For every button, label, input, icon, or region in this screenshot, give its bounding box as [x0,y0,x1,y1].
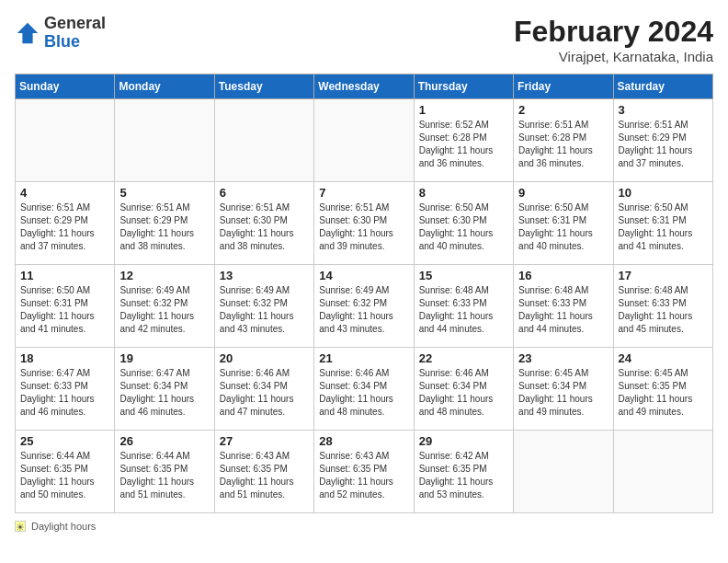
day-number: 28 [319,434,408,448]
calendar-cell [115,99,214,182]
day-info: Sunrise: 6:47 AM Sunset: 6:34 PM Dayligh… [119,367,209,419]
calendar-cell: 11Sunrise: 6:50 AM Sunset: 6:31 PM Dayli… [16,265,115,348]
main-title: February 2024 [514,15,713,49]
logo-text: General Blue [44,15,106,52]
day-info: Sunrise: 6:48 AM Sunset: 6:33 PM Dayligh… [619,284,708,336]
calendar-cell: 10Sunrise: 6:50 AM Sunset: 6:31 PM Dayli… [613,182,712,265]
day-info: Sunrise: 6:51 AM Sunset: 6:29 PM Dayligh… [619,119,708,170]
calendar-cell: 26Sunrise: 6:44 AM Sunset: 6:35 PM Dayli… [115,431,214,513]
day-number: 26 [119,434,209,448]
calendar-cell: 6Sunrise: 6:51 AM Sunset: 6:30 PM Daylig… [214,182,313,265]
calendar-cell: 5Sunrise: 6:51 AM Sunset: 6:29 PM Daylig… [115,182,214,265]
day-info: Sunrise: 6:44 AM Sunset: 6:35 PM Dayligh… [20,450,109,501]
day-number: 12 [119,269,209,282]
day-info: Sunrise: 6:50 AM Sunset: 6:31 PM Dayligh… [619,201,708,253]
day-number: 22 [419,351,508,365]
day-info: Sunrise: 6:48 AM Sunset: 6:33 PM Dayligh… [419,284,508,336]
day-info: Sunrise: 6:50 AM Sunset: 6:30 PM Dayligh… [419,201,508,253]
calendar-cell: 24Sunrise: 6:45 AM Sunset: 6:35 PM Dayli… [613,348,712,431]
day-number: 23 [518,351,608,365]
calendar-cell: 17Sunrise: 6:48 AM Sunset: 6:33 PM Dayli… [613,265,712,348]
calendar-cell: 3Sunrise: 6:51 AM Sunset: 6:29 PM Daylig… [613,99,712,182]
calendar-cell [514,431,613,513]
day-info: Sunrise: 6:49 AM Sunset: 6:32 PM Dayligh… [220,284,309,336]
day-info: Sunrise: 6:43 AM Sunset: 6:35 PM Dayligh… [319,450,408,501]
calendar-cell: 4Sunrise: 6:51 AM Sunset: 6:29 PM Daylig… [16,182,115,265]
logo: General Blue [15,15,106,52]
calendar-cell [314,99,414,182]
day-number: 25 [20,434,109,448]
day-info: Sunrise: 6:46 AM Sunset: 6:34 PM Dayligh… [220,367,309,419]
svg-marker-0 [17,23,38,43]
day-number: 18 [20,351,109,365]
day-number: 14 [319,269,408,282]
day-number: 9 [518,186,608,200]
day-number: 11 [20,269,109,282]
calendar-cell: 12Sunrise: 6:49 AM Sunset: 6:32 PM Dayli… [115,265,214,348]
day-number: 6 [220,186,309,200]
calendar-cell: 18Sunrise: 6:47 AM Sunset: 6:33 PM Dayli… [16,348,115,431]
day-info: Sunrise: 6:47 AM Sunset: 6:33 PM Dayligh… [20,367,109,419]
calendar-cell: 16Sunrise: 6:48 AM Sunset: 6:33 PM Dayli… [514,265,613,348]
day-number: 24 [619,351,708,365]
day-number: 20 [220,351,309,365]
header-saturday: Saturday [613,75,712,99]
day-number: 29 [419,434,508,448]
calendar-cell: 7Sunrise: 6:51 AM Sunset: 6:30 PM Daylig… [314,182,414,265]
day-info: Sunrise: 6:46 AM Sunset: 6:34 PM Dayligh… [319,367,408,419]
calendar-cell: 20Sunrise: 6:46 AM Sunset: 6:34 PM Dayli… [214,348,313,431]
calendar-cell: 25Sunrise: 6:44 AM Sunset: 6:35 PM Dayli… [16,431,115,513]
calendar-cell [613,431,712,513]
calendar-cell: 23Sunrise: 6:45 AM Sunset: 6:34 PM Dayli… [514,348,613,431]
day-number: 2 [518,103,608,117]
header-friday: Friday [514,75,613,99]
day-info: Sunrise: 6:51 AM Sunset: 6:29 PM Dayligh… [20,201,109,253]
day-info: Sunrise: 6:42 AM Sunset: 6:35 PM Dayligh… [419,450,508,501]
header-wednesday: Wednesday [314,75,414,99]
day-info: Sunrise: 6:49 AM Sunset: 6:32 PM Dayligh… [119,284,209,336]
day-info: Sunrise: 6:52 AM Sunset: 6:28 PM Dayligh… [419,119,508,170]
day-number: 10 [619,186,708,200]
calendar-cell: 8Sunrise: 6:50 AM Sunset: 6:30 PM Daylig… [414,182,513,265]
calendar-cell: 21Sunrise: 6:46 AM Sunset: 6:34 PM Dayli… [314,348,414,431]
day-number: 16 [518,269,608,282]
logo-icon [15,20,40,46]
day-number: 8 [419,186,508,200]
day-info: Sunrise: 6:43 AM Sunset: 6:35 PM Dayligh… [220,450,309,501]
day-number: 17 [619,269,708,282]
calendar-cell: 9Sunrise: 6:50 AM Sunset: 6:31 PM Daylig… [514,182,613,265]
day-info: Sunrise: 6:45 AM Sunset: 6:34 PM Dayligh… [518,367,608,419]
day-info: Sunrise: 6:46 AM Sunset: 6:34 PM Dayligh… [419,367,508,419]
day-number: 27 [220,434,309,448]
header: General Blue February 2024 Virajpet, Kar… [15,15,713,64]
calendar-cell: 22Sunrise: 6:46 AM Sunset: 6:34 PM Dayli… [414,348,513,431]
calendar-cell: 14Sunrise: 6:49 AM Sunset: 6:32 PM Dayli… [314,265,414,348]
calendar: SundayMondayTuesdayWednesdayThursdayFrid… [15,74,713,513]
calendar-cell: 2Sunrise: 6:51 AM Sunset: 6:28 PM Daylig… [514,99,613,182]
day-info: Sunrise: 6:51 AM Sunset: 6:30 PM Dayligh… [220,201,309,253]
day-number: 1 [419,103,508,117]
day-info: Sunrise: 6:51 AM Sunset: 6:28 PM Dayligh… [518,119,608,170]
day-info: Sunrise: 6:50 AM Sunset: 6:31 PM Dayligh… [518,201,608,253]
subtitle: Virajpet, Karnataka, India [514,49,713,64]
day-number: 15 [419,269,508,282]
day-info: Sunrise: 6:44 AM Sunset: 6:35 PM Dayligh… [119,450,209,501]
header-sunday: Sunday [16,75,115,99]
header-monday: Monday [115,75,214,99]
day-info: Sunrise: 6:50 AM Sunset: 6:31 PM Dayligh… [20,284,109,336]
day-number: 7 [319,186,408,200]
header-tuesday: Tuesday [214,75,313,99]
title-block: February 2024 Virajpet, Karnataka, India [514,15,713,64]
day-number: 19 [119,351,209,365]
calendar-cell: 1Sunrise: 6:52 AM Sunset: 6:28 PM Daylig… [414,99,513,182]
day-info: Sunrise: 6:48 AM Sunset: 6:33 PM Dayligh… [518,284,608,336]
day-info: Sunrise: 6:49 AM Sunset: 6:32 PM Dayligh… [319,284,408,336]
day-info: Sunrise: 6:51 AM Sunset: 6:30 PM Dayligh… [319,201,408,253]
day-number: 3 [619,103,708,117]
calendar-cell: 19Sunrise: 6:47 AM Sunset: 6:34 PM Dayli… [115,348,214,431]
day-number: 13 [220,269,309,282]
day-number: 4 [20,186,109,200]
calendar-cell [16,99,115,182]
calendar-cell: 28Sunrise: 6:43 AM Sunset: 6:35 PM Dayli… [314,431,414,513]
day-info: Sunrise: 6:51 AM Sunset: 6:29 PM Dayligh… [119,201,209,253]
